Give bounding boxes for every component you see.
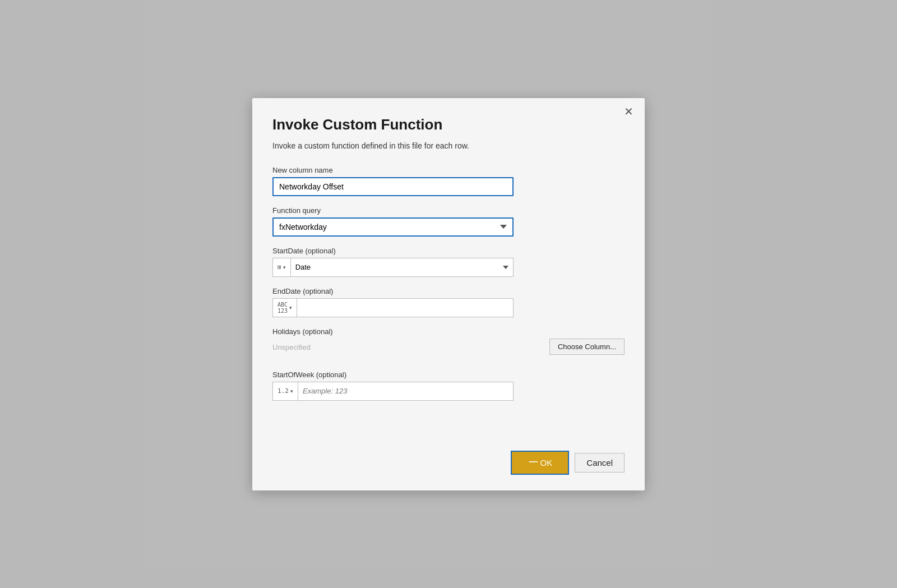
end-date-input[interactable] <box>297 298 514 317</box>
start-of-week-type-chevron: ▾ <box>290 388 293 394</box>
cursor-icon: 𝍠 <box>528 456 537 469</box>
start-date-group: StartDate (optional) ⊞ ▾ Date <box>272 247 625 277</box>
new-column-name-group: New column name <box>272 166 625 196</box>
number-icon: 1.2 <box>278 387 289 395</box>
dialog-subtitle: Invoke a custom function defined in this… <box>272 141 625 150</box>
ok-label: OK <box>540 458 553 467</box>
holidays-unspecified-text: Unspecified <box>272 343 311 351</box>
abc-123-icon: ABC123 <box>278 302 288 314</box>
end-date-label: EndDate (optional) <box>272 287 625 295</box>
start-of-week-label: StartOfWeek (optional) <box>272 371 625 379</box>
cancel-button[interactable]: Cancel <box>575 453 625 473</box>
choose-column-button[interactable]: Choose Column... <box>549 339 625 355</box>
function-query-label: Function query <box>272 206 625 215</box>
start-date-type-chevron: ▾ <box>283 265 286 270</box>
ok-button[interactable]: 𝍠 OK <box>511 451 570 475</box>
start-of-week-group: StartOfWeek (optional) 1.2 ▾ <box>272 371 625 401</box>
start-date-type-button[interactable]: ⊞ ▾ <box>272 258 290 277</box>
new-column-name-input[interactable] <box>272 177 514 196</box>
dialog-footer: 𝍠 OK Cancel <box>272 434 625 475</box>
end-date-type-button[interactable]: ABC123 ▾ <box>272 298 297 317</box>
new-column-name-label: New column name <box>272 166 625 174</box>
holidays-group: Holidays (optional) Unspecified Choose C… <box>272 327 625 355</box>
dialog-overlay: ✕ Invoke Custom Function Invoke a custom… <box>0 0 897 588</box>
start-of-week-input-group: 1.2 ▾ <box>272 382 514 401</box>
end-date-type-chevron: ▾ <box>289 305 292 311</box>
start-date-select[interactable]: Date <box>290 258 514 277</box>
table-icon: ⊞ <box>278 263 281 271</box>
start-date-input-group: ⊞ ▾ Date <box>272 258 514 277</box>
start-date-label: StartDate (optional) <box>272 247 625 255</box>
function-query-group: Function query fxNetworkday <box>272 206 625 237</box>
start-of-week-input[interactable] <box>298 382 514 401</box>
close-button[interactable]: ✕ <box>621 105 637 118</box>
start-of-week-type-button[interactable]: 1.2 ▾ <box>272 382 298 401</box>
end-date-group: EndDate (optional) ABC123 ▾ <box>272 287 625 317</box>
invoke-custom-function-dialog: ✕ Invoke Custom Function Invoke a custom… <box>252 98 645 490</box>
end-date-input-group: ABC123 ▾ <box>272 298 514 317</box>
dialog-title: Invoke Custom Function <box>272 116 625 133</box>
function-query-select[interactable]: fxNetworkday <box>272 217 514 237</box>
holidays-label: Holidays (optional) <box>272 327 625 336</box>
